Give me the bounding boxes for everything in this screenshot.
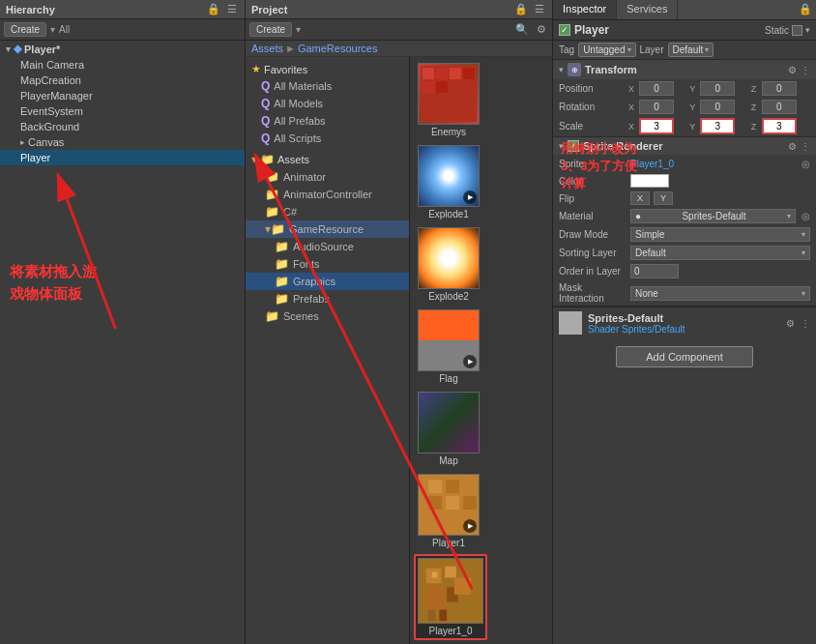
inspector-enable-checkbox[interactable]: ✓: [559, 24, 570, 36]
tree-item-graphics[interactable]: 📁 Graphics: [246, 273, 409, 290]
pos-y-letter: Y: [689, 84, 699, 94]
fav-item-all-models[interactable]: Q All Models: [246, 95, 409, 112]
tab-inspector[interactable]: Inspector: [553, 0, 617, 19]
mask-interaction-arrow: ▾: [801, 289, 805, 298]
sprite-renderer-header[interactable]: ▾ ✓ Sprite Renderer ⚙ ⋮: [553, 137, 816, 155]
hierarchy-item-player[interactable]: Player: [0, 150, 245, 165]
asset-item-enemys[interactable]: Enemys: [414, 61, 483, 139]
hierarchy-icons: 🔒 ☰: [205, 2, 239, 16]
tree-item-game-resource[interactable]: ▾📁 GameResource: [246, 220, 409, 238]
tab-services[interactable]: Services: [617, 0, 678, 19]
tree-item-prefabs[interactable]: 📁 Prefabs: [246, 290, 409, 307]
material-dropdown[interactable]: ● Sprites-Default ▾: [630, 209, 796, 223]
tag-dropdown[interactable]: Untagged ▾: [578, 43, 635, 57]
fav-q-materials: Q: [261, 79, 270, 93]
material-target-icon[interactable]: ◎: [801, 211, 810, 221]
material-row-insp: Material ● Sprites-Default ▾ ◎: [553, 207, 816, 225]
fav-q-models: Q: [261, 97, 270, 110]
draw-mode-label: Draw Mode: [559, 229, 627, 240]
fav-q-scripts: Q: [261, 132, 270, 145]
position-z-input[interactable]: [762, 81, 797, 96]
pos-x-letter: X: [628, 84, 638, 94]
rotation-x-field: X: [628, 100, 687, 114]
hierarchy-item-background[interactable]: BackGround: [0, 119, 245, 134]
hierarchy-item-map-creation[interactable]: MapCreation: [0, 73, 245, 88]
add-component-button[interactable]: Add Component: [616, 346, 753, 367]
mask-interaction-dropdown[interactable]: None ▾: [630, 286, 810, 301]
sprite-renderer-gear-icon[interactable]: ⚙: [788, 141, 797, 152]
hierarchy-item-event-system[interactable]: EventSystem: [0, 103, 245, 119]
tree-item-fonts[interactable]: 📁 Fonts: [246, 255, 409, 273]
flip-x-button[interactable]: X: [630, 191, 650, 205]
project-search-icon[interactable]: 🔍: [513, 22, 531, 37]
hierarchy-item-main-camera[interactable]: Main Camera: [0, 57, 245, 73]
sprite-value[interactable]: Player1_0: [630, 159, 798, 169]
rotation-y-input[interactable]: [700, 100, 735, 114]
asset-item-player1-0[interactable]: Player1_0: [414, 554, 487, 640]
asset-name-enemys: Enemys: [431, 127, 466, 137]
project-settings-icon[interactable]: ⚙: [535, 22, 548, 37]
project-split: ★ Favorites Q All Materials Q All Models…: [246, 57, 552, 644]
tree-item-audio-source[interactable]: 📁 AudioSource: [246, 238, 409, 255]
project-create-button[interactable]: Create: [249, 22, 292, 37]
tree-item-csharp[interactable]: 📁 C#: [246, 203, 409, 220]
transform-more-icon[interactable]: ⋮: [801, 65, 810, 75]
rotation-x-input[interactable]: [639, 100, 674, 114]
hierarchy-create-button[interactable]: Create: [4, 22, 46, 37]
asset-item-player1[interactable]: ▶ Player1: [414, 472, 483, 550]
hierarchy-item-player-manager[interactable]: PlayerManager: [0, 88, 245, 103]
asset-item-explode2[interactable]: Explode2: [414, 225, 483, 304]
asset-item-explode1[interactable]: ▶ Explode1: [414, 143, 483, 221]
fav-item-all-prefabs[interactable]: Q All Prefabs: [246, 112, 409, 130]
scale-z-input[interactable]: [762, 118, 797, 134]
material-block-more-icon[interactable]: ⋮: [801, 318, 810, 329]
tree-item-animator[interactable]: 📁 Animator: [246, 168, 409, 186]
position-x-input[interactable]: [639, 81, 674, 96]
transform-gear-icon[interactable]: ⚙: [788, 65, 797, 75]
tree-item-animator-ctrl[interactable]: 📁 AnimatorController: [246, 186, 409, 203]
layer-dropdown[interactable]: Default ▾: [668, 43, 714, 57]
tree-item-scenes[interactable]: 📁 Scenes: [246, 307, 409, 325]
hierarchy-lock-icon[interactable]: 🔒: [205, 2, 222, 16]
bc-assets[interactable]: Assets: [251, 43, 283, 54]
transform-section-header[interactable]: ▾ ⊕ Transform ⚙ ⋮: [553, 60, 816, 79]
color-swatch[interactable]: [630, 174, 669, 188]
transform-position-row: Position X Y Z: [553, 79, 816, 98]
assets-tree-header[interactable]: ▾ 📁 Assets: [246, 151, 409, 168]
order-in-layer-input[interactable]: [630, 264, 679, 278]
asset-item-flag[interactable]: ▶ Flag: [414, 307, 483, 386]
flip-y-button[interactable]: Y: [654, 191, 673, 205]
fav-item-all-scripts[interactable]: Q All Scripts: [246, 130, 409, 147]
hierarchy-menu-icon[interactable]: ☰: [225, 2, 239, 16]
rotation-z-input[interactable]: [762, 100, 797, 114]
scale-x-input[interactable]: [639, 118, 674, 134]
scale-y-input[interactable]: [700, 118, 735, 134]
sprite-renderer-enable[interactable]: ✓: [568, 140, 579, 152]
hier-label-event-system: EventSystem: [20, 105, 83, 117]
asset-name-flag: Flag: [439, 373, 457, 384]
hier-label-map-creation: MapCreation: [20, 74, 81, 86]
sprite-target-icon[interactable]: ◎: [801, 159, 810, 169]
static-dropdown-arrow[interactable]: ▾: [805, 25, 810, 35]
sprite-renderer-more-icon[interactable]: ⋮: [801, 141, 810, 152]
sorting-layer-dropdown[interactable]: Default ▾: [630, 246, 810, 260]
static-checkbox[interactable]: [792, 25, 802, 36]
rot-y-letter: Y: [689, 102, 699, 112]
bc-gameresource[interactable]: GameResources: [298, 43, 378, 54]
position-y-input[interactable]: [700, 81, 735, 96]
scale-label: Scale: [559, 121, 627, 132]
draw-mode-dropdown[interactable]: Simple ▾: [630, 227, 810, 242]
asset-item-map[interactable]: Map: [414, 390, 483, 468]
project-menu-icon[interactable]: ☰: [533, 2, 546, 16]
hierarchy-item-canvas[interactable]: ▸ Canvas: [0, 134, 245, 150]
hierarchy-item-player-root[interactable]: ▾ ◆ Player*: [0, 41, 245, 57]
hierarchy-content: ▾ ◆ Player* Main Camera MapCreation Play…: [0, 41, 245, 644]
hierarchy-panel: Hierarchy 🔒 ☰ Create ▾ All ▾ ◆ Player* M…: [0, 0, 246, 644]
folder-icon-animator: 📁: [265, 170, 279, 184]
svg-rect-11: [446, 480, 459, 493]
asset-name-map: Map: [439, 455, 457, 466]
fav-item-all-materials[interactable]: Q All Materials: [246, 77, 409, 95]
project-lock-icon[interactable]: 🔒: [512, 2, 530, 16]
inspector-lock-icon[interactable]: 🔒: [795, 0, 816, 19]
material-block-gear-icon[interactable]: ⚙: [786, 318, 795, 329]
